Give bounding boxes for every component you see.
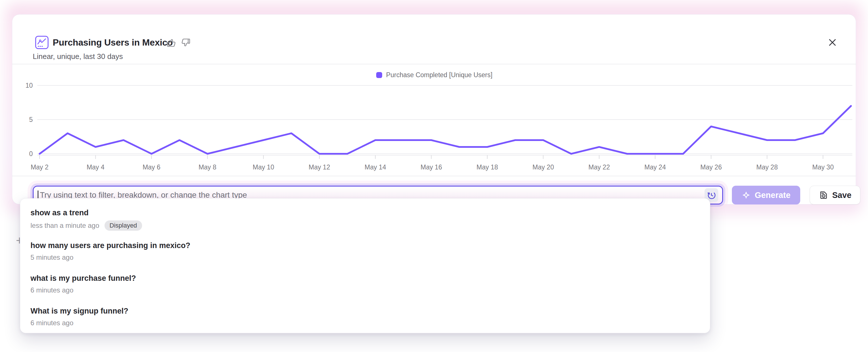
history-item[interactable]: what is my purchase funnel? 6 minutes ag… xyxy=(20,268,710,301)
history-query: What is my signup funnel? xyxy=(30,306,700,316)
history-item[interactable]: What is my signup funnel? 6 minutes ago xyxy=(20,301,710,333)
header-divider xyxy=(12,64,856,64)
save-icon xyxy=(818,190,828,200)
sparkle-icon xyxy=(742,191,751,200)
chart-insight-icon xyxy=(35,36,49,49)
displayed-badge: Displayed xyxy=(104,220,143,231)
close-icon[interactable] xyxy=(827,37,838,48)
series-line xyxy=(39,106,851,154)
x-tick-label: May 8 xyxy=(198,163,216,171)
page: + Purchasing Users in Mexico Linear, uni… xyxy=(0,0,868,352)
page-title: Purchasing Users in Mexico xyxy=(53,37,173,48)
x-tick-label: May 22 xyxy=(588,163,610,171)
x-tick-label: May 18 xyxy=(476,163,498,171)
history-timestamp: 6 minutes ago xyxy=(30,319,73,327)
history-clock-icon xyxy=(706,190,716,200)
history-query: show as a trend xyxy=(30,208,700,218)
chart-subtitle: Linear, unique, last 30 days xyxy=(33,52,123,61)
x-tick-label: May 28 xyxy=(756,163,778,171)
generate-button[interactable]: Generate xyxy=(732,186,800,204)
history-item[interactable]: how many users are purchasing in mexico?… xyxy=(20,235,710,268)
y-tick-label: 10 xyxy=(25,82,33,89)
x-tick-label: May 20 xyxy=(532,163,554,171)
legend-swatch xyxy=(376,72,382,78)
y-tick-label: 5 xyxy=(29,116,33,123)
history-timestamp: 6 minutes ago xyxy=(30,286,73,294)
legend-label: Purchase Completed [Unique Users] xyxy=(386,71,492,79)
line-chart-svg: 0510May 2May 4May 6May 8May 10May 12May … xyxy=(12,79,856,176)
x-tick-label: May 10 xyxy=(253,163,274,171)
history-query: how many users are purchasing in mexico? xyxy=(30,241,700,250)
x-tick-label: May 16 xyxy=(421,163,442,171)
thumbs-up-icon[interactable] xyxy=(166,37,177,48)
history-query: what is my purchase funnel? xyxy=(30,274,700,283)
history-timestamp: 5 minutes ago xyxy=(30,253,73,262)
line-chart: 0510May 2May 4May 6May 8May 10May 12May … xyxy=(12,79,856,176)
history-dropdown: show as a trend less than a minute ago D… xyxy=(20,198,710,333)
insight-card: Purchasing Users in Mexico Linear, uniqu… xyxy=(12,14,856,204)
thumbs-down-icon[interactable] xyxy=(180,37,191,48)
generate-label: Generate xyxy=(755,191,790,200)
x-tick-label: May 2 xyxy=(31,163,49,171)
x-tick-label: May 26 xyxy=(700,163,722,171)
save-button[interactable]: Save xyxy=(810,186,860,204)
history-item[interactable]: show as a trend less than a minute ago D… xyxy=(20,202,710,235)
x-tick-label: May 24 xyxy=(645,163,666,171)
x-tick-label: May 30 xyxy=(812,163,834,171)
x-tick-label: May 4 xyxy=(87,163,104,171)
x-tick-label: May 6 xyxy=(143,163,161,171)
save-label: Save xyxy=(832,191,851,200)
chart-divider xyxy=(12,176,856,176)
y-tick-label: 0 xyxy=(29,150,33,158)
x-tick-label: May 12 xyxy=(309,163,330,171)
history-timestamp: less than a minute ago xyxy=(30,221,99,230)
x-tick-label: May 14 xyxy=(365,163,386,171)
